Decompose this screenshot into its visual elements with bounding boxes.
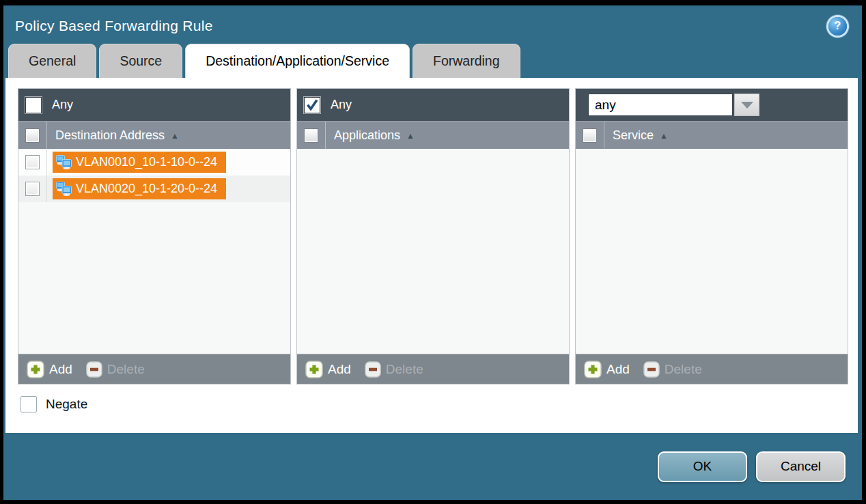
service-column-header-label: Service xyxy=(613,128,654,143)
destination-add-label: Add xyxy=(49,362,72,377)
destination-delete-label: Delete xyxy=(107,362,145,377)
applications-add-button[interactable]: Add xyxy=(305,361,351,378)
destination-row-2[interactable]: VLAN0020_10-1-20-0--24 xyxy=(18,176,290,202)
destination-select-all-cell xyxy=(18,122,47,149)
help-icon-glyph: ? xyxy=(835,20,841,32)
destination-footer: Add Delete xyxy=(18,354,290,384)
chevron-down-icon xyxy=(741,102,753,109)
help-icon[interactable]: ? xyxy=(828,17,847,36)
destination-row-2-checkbox-cell xyxy=(18,176,47,202)
action-bar: OK Cancel xyxy=(3,433,862,500)
sort-asc-icon: ▲ xyxy=(660,130,668,140)
applications-any-bar: Any xyxy=(297,89,569,121)
service-column: any Service ▲ xyxy=(575,88,848,384)
destination-row-2-chip[interactable]: VLAN0020_10-1-20-0--24 xyxy=(53,178,226,199)
tab-content: Any Destination Address ▲ xyxy=(5,78,858,433)
destination-row-2-checkbox[interactable] xyxy=(25,182,40,196)
destination-delete-button[interactable]: Delete xyxy=(86,361,145,378)
applications-column: Any Applications ▲ xyxy=(296,88,570,384)
destination-any-label: Any xyxy=(52,98,73,112)
tab-source[interactable]: Source xyxy=(99,44,182,78)
destination-row-1-checkbox-cell xyxy=(18,149,47,176)
applications-select-all-checkbox[interactable] xyxy=(305,129,318,142)
service-delete-button[interactable]: Delete xyxy=(643,361,702,378)
delete-icon xyxy=(365,361,381,378)
applications-any-label: Any xyxy=(331,98,352,112)
network-icon xyxy=(55,155,72,169)
add-icon xyxy=(27,361,44,378)
service-list xyxy=(576,149,848,354)
destination-row-1-chip[interactable]: VLAN0010_10-1-10-0--24 xyxy=(53,152,226,173)
destination-header-row: Destination Address ▲ xyxy=(18,121,290,149)
applications-footer: Add Delete xyxy=(297,354,569,384)
add-icon xyxy=(305,361,323,378)
sort-asc-icon: ▲ xyxy=(406,130,415,140)
pbf-rule-dialog: Policy Based Forwarding Rule ? General S… xyxy=(3,5,862,500)
destination-row-1[interactable]: VLAN0010_10-1-10-0--24 xyxy=(18,149,290,176)
add-icon xyxy=(584,361,602,378)
delete-icon xyxy=(643,361,660,378)
service-footer: Add Delete xyxy=(576,354,848,384)
network-icon xyxy=(55,182,72,196)
dialog-title: Policy Based Forwarding Rule xyxy=(15,18,828,34)
tab-destination-application-service[interactable]: Destination/Application/Service xyxy=(185,44,410,78)
destination-any-bar: Any xyxy=(18,89,290,121)
applications-column-header[interactable]: Applications ▲ xyxy=(326,122,415,149)
applications-column-header-label: Applications xyxy=(334,128,400,143)
destination-add-button[interactable]: Add xyxy=(27,361,72,378)
destination-list: VLAN0010_10-1-10-0--24 xyxy=(18,149,290,354)
tab-bar: General Source Destination/Application/S… xyxy=(3,44,862,78)
dialog-titlebar: Policy Based Forwarding Rule ? xyxy=(3,5,862,44)
applications-header-row: Applications ▲ xyxy=(297,121,569,149)
checkmark-icon xyxy=(305,98,319,112)
destination-any-checkbox[interactable] xyxy=(25,97,42,113)
negate-row: Negate xyxy=(18,396,848,412)
service-delete-label: Delete xyxy=(665,362,702,377)
applications-select-all-cell xyxy=(297,122,326,149)
service-select-all-checkbox[interactable] xyxy=(583,129,596,142)
service-header-row: Service ▲ xyxy=(576,121,848,149)
tab-forwarding[interactable]: Forwarding xyxy=(413,44,520,78)
service-select-all-cell xyxy=(576,122,604,149)
delete-icon xyxy=(86,361,102,378)
destination-column-header-label: Destination Address xyxy=(55,128,165,143)
service-add-label: Add xyxy=(606,362,630,377)
destination-row-1-checkbox[interactable] xyxy=(25,155,40,169)
negate-label: Negate xyxy=(46,397,87,412)
service-dropdown-value[interactable]: any xyxy=(588,94,733,116)
applications-delete-button[interactable]: Delete xyxy=(365,361,423,378)
columns-container: Any Destination Address ▲ xyxy=(18,88,848,384)
destination-column-header[interactable]: Destination Address ▲ xyxy=(47,122,179,149)
applications-any-checkbox[interactable] xyxy=(304,97,320,113)
destination-row-1-label: VLAN0010_10-1-10-0--24 xyxy=(76,155,217,169)
applications-list xyxy=(297,149,569,354)
service-dropdown-button[interactable] xyxy=(734,94,759,116)
service-add-button[interactable]: Add xyxy=(584,361,630,378)
service-dropdown[interactable]: any xyxy=(588,94,759,116)
destination-row-2-label: VLAN0020_10-1-20-0--24 xyxy=(76,182,217,196)
service-any-bar: any xyxy=(576,89,848,121)
cancel-button[interactable]: Cancel xyxy=(756,451,846,482)
negate-checkbox[interactable] xyxy=(20,396,37,412)
service-column-header[interactable]: Service ▲ xyxy=(604,122,668,149)
destination-column: Any Destination Address ▲ xyxy=(18,88,291,384)
applications-delete-label: Delete xyxy=(386,362,423,377)
screen: Policy Based Forwarding Rule ? General S… xyxy=(0,0,866,504)
destination-select-all-checkbox[interactable] xyxy=(26,129,39,142)
sort-asc-icon: ▲ xyxy=(171,130,179,140)
tab-general[interactable]: General xyxy=(8,44,96,78)
applications-add-label: Add xyxy=(328,362,351,377)
ok-button[interactable]: OK xyxy=(658,451,747,482)
